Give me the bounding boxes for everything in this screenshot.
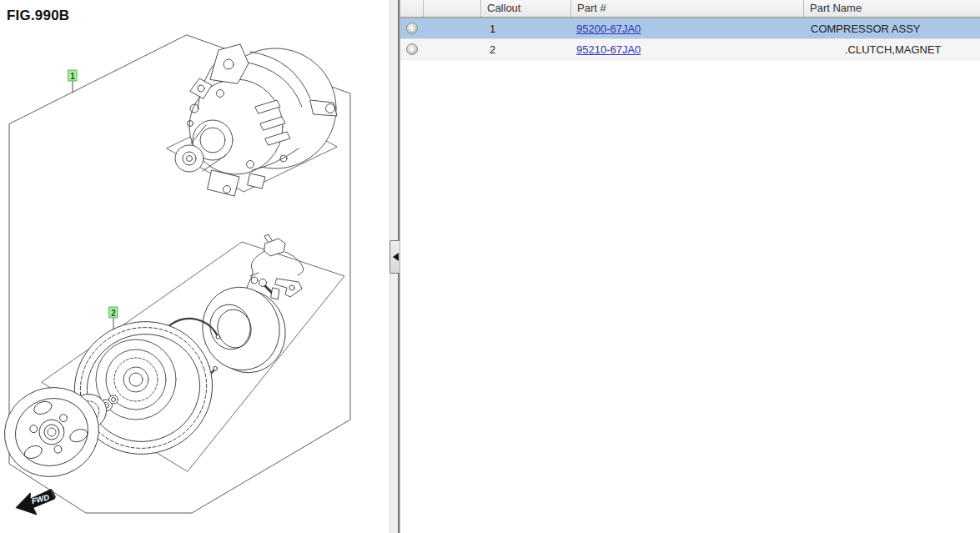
diagram-panel: 1 2 FWD FIG.990B bbox=[0, 0, 389, 533]
callout-1-label: 1 bbox=[70, 72, 75, 81]
field-coil bbox=[193, 234, 303, 381]
parts-catalog-window: 1 2 FWD FIG.990B bbox=[0, 0, 980, 533]
exploded-view-diagram: 1 2 FWD bbox=[0, 0, 389, 533]
expand-plus-icon[interactable] bbox=[406, 43, 418, 55]
header-expander-column[interactable] bbox=[400, 0, 424, 17]
part-number-link[interactable]: 95210-67JA0 bbox=[576, 43, 641, 56]
part-number-cell: 95210-67JA0 bbox=[571, 43, 804, 56]
expander-cell bbox=[400, 43, 424, 55]
figure-title: FIG.990B bbox=[7, 8, 69, 24]
table-row[interactable]: 1 95200-67JA0 COMPRESSOR ASSY bbox=[400, 18, 980, 39]
part-name-cell: .CLUTCH,MAGNET bbox=[804, 43, 980, 56]
fwd-arrow-label: FWD bbox=[30, 492, 50, 505]
collapse-left-icon bbox=[393, 253, 399, 261]
expand-plus-icon[interactable] bbox=[406, 23, 418, 34]
panel-splitter[interactable] bbox=[389, 0, 400, 533]
parts-grid-header: Callout Part # Part Name bbox=[400, 0, 980, 18]
callout-2[interactable]: 2 bbox=[109, 307, 118, 329]
callout-1[interactable]: 1 bbox=[68, 70, 77, 93]
compressor-illustration bbox=[175, 44, 337, 196]
parts-grid-panel: Callout Part # Part Name 1 95200-67JA0 C… bbox=[400, 0, 980, 533]
callout-cell: 1 bbox=[481, 23, 571, 35]
clutch-illustration bbox=[0, 234, 304, 490]
header-part-name[interactable]: Part Name bbox=[804, 0, 980, 17]
fwd-arrow: FWD bbox=[13, 487, 58, 519]
parts-table-body: 1 95200-67JA0 COMPRESSOR ASSY 2 95210-67… bbox=[400, 18, 980, 60]
callout-2-label: 2 bbox=[111, 309, 116, 318]
header-spacer-column[interactable] bbox=[424, 0, 481, 17]
part-number-link[interactable]: 95200-67JA0 bbox=[576, 23, 641, 35]
header-part-number[interactable]: Part # bbox=[571, 0, 804, 17]
header-callout[interactable]: Callout bbox=[481, 0, 571, 17]
table-row[interactable]: 2 95210-67JA0 .CLUTCH,MAGNET bbox=[400, 39, 980, 60]
part-number-cell: 95200-67JA0 bbox=[571, 23, 804, 35]
callout-cell: 2 bbox=[481, 43, 571, 56]
expander-cell bbox=[400, 23, 424, 34]
part-name-cell: COMPRESSOR ASSY bbox=[804, 23, 980, 35]
